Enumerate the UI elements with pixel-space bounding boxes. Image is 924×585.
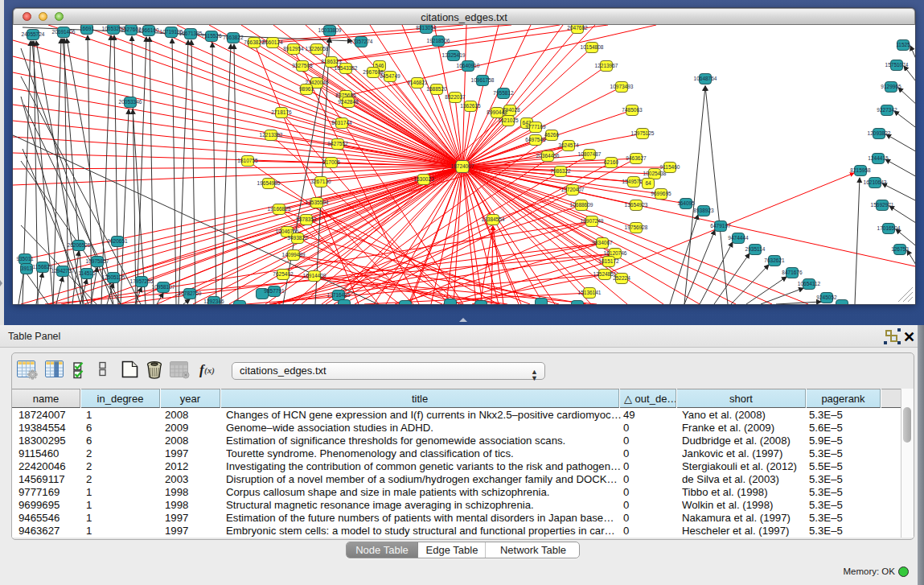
- svg-text:164095: 164095: [677, 200, 695, 206]
- svg-text:13325419: 13325419: [442, 52, 466, 58]
- svg-text:16543382: 16543382: [335, 65, 358, 71]
- svg-text:26206526: 26206526: [68, 242, 91, 248]
- svg-text:12505135: 12505135: [102, 274, 125, 280]
- svg-text:64: 64: [645, 180, 651, 186]
- svg-text:9115460: 9115460: [660, 164, 680, 170]
- svg-text:8938923: 8938923: [693, 208, 714, 213]
- svg-text:3493822: 3493822: [287, 235, 308, 241]
- svg-text:935011: 935011: [16, 256, 34, 262]
- svg-text:8813054: 8813054: [416, 25, 437, 31]
- svg-text:8912954: 8912954: [283, 46, 304, 51]
- svg-text:10975857: 10975857: [86, 258, 109, 264]
- svg-text:98961: 98961: [299, 86, 314, 92]
- svg-text:7485063: 7485063: [622, 107, 643, 113]
- svg-text:13716485: 13716485: [327, 292, 351, 298]
- svg-text:2020651: 2020651: [107, 238, 128, 244]
- svg-text:10807487: 10807487: [578, 151, 602, 157]
- svg-text:18724007: 18724007: [451, 163, 474, 169]
- svg-text:2718176: 2718176: [271, 109, 292, 115]
- svg-text:3913: 3913: [21, 266, 33, 271]
- svg-text:20691406: 20691406: [52, 29, 76, 35]
- svg-text:1530023: 1530023: [413, 176, 434, 182]
- svg-text:16782759: 16782759: [179, 290, 202, 296]
- svg-text:9474444: 9474444: [728, 235, 749, 241]
- svg-text:1815172: 1815172: [598, 258, 619, 264]
- svg-text:3267130: 3267130: [310, 179, 331, 184]
- svg-text:19218506: 19218506: [427, 38, 450, 43]
- svg-text:15751074: 15751074: [885, 62, 909, 68]
- svg-text:7955812: 7955812: [493, 90, 514, 96]
- svg-text:9327508: 9327508: [292, 63, 313, 68]
- svg-text:13226058: 13226058: [306, 46, 329, 51]
- svg-text:17957255: 17957255: [130, 278, 154, 284]
- svg-text:252224: 252224: [613, 275, 630, 281]
- svg-text:19756928: 19756928: [625, 225, 648, 230]
- svg-text:19384554: 19384554: [482, 216, 505, 222]
- svg-text:7663822: 7663822: [244, 39, 265, 45]
- svg-text:9699695: 9699695: [651, 191, 671, 196]
- svg-text:8990448: 8990448: [487, 109, 507, 115]
- svg-text:2047682: 2047682: [567, 25, 588, 31]
- svg-text:1810755: 1810755: [237, 158, 258, 163]
- svg-text:10654112: 10654112: [798, 281, 821, 286]
- svg-text:8186323: 8186323: [321, 59, 342, 64]
- svg-text:1292346: 1292346: [203, 299, 224, 304]
- svg-text:18907249: 18907249: [581, 218, 604, 224]
- svg-text:20364436: 20364436: [536, 153, 560, 159]
- svg-text:3624574: 3624574: [558, 142, 579, 148]
- svg-text:7625402: 7625402: [273, 271, 294, 277]
- svg-text:1621025: 1621025: [498, 117, 519, 123]
- svg-text:13720407: 13720407: [561, 187, 585, 192]
- svg-text:9427552: 9427552: [327, 141, 348, 146]
- svg-text:16033809: 16033809: [318, 27, 342, 33]
- svg-text:217006: 217006: [322, 159, 340, 165]
- svg-text:16671385: 16671385: [179, 31, 203, 36]
- svg-text:12213382: 12213382: [260, 132, 283, 138]
- svg-text:8322037: 8322037: [445, 94, 466, 100]
- svg-text:9463627: 9463627: [626, 155, 647, 161]
- svg-text:10973493: 10973493: [610, 84, 634, 89]
- svg-text:16914409: 16914409: [303, 273, 326, 278]
- svg-text:19654985: 19654985: [257, 180, 281, 186]
- svg-text:8660124: 8660124: [262, 39, 283, 45]
- svg-text:10961758: 10961758: [471, 77, 495, 83]
- svg-text:1588520: 1588520: [426, 86, 447, 92]
- svg-text:16120746: 16120746: [604, 250, 627, 256]
- svg-text:16691: 16691: [80, 26, 94, 31]
- svg-text:12093822: 12093822: [868, 130, 891, 136]
- svg-text:9777169: 9777169: [525, 124, 546, 130]
- svg-text:10958107: 10958107: [152, 284, 175, 290]
- svg-text:17016504: 17016504: [877, 225, 901, 231]
- svg-text:12942737: 12942737: [51, 268, 75, 274]
- svg-text:12213967: 12213967: [595, 63, 618, 68]
- svg-text:1156823: 1156823: [33, 264, 53, 270]
- svg-text:9857791: 9857791: [264, 288, 285, 294]
- svg-text:19166825: 19166825: [268, 206, 291, 212]
- svg-text:126753: 126753: [891, 246, 909, 252]
- svg-text:10154808: 10154808: [581, 44, 604, 50]
- svg-text:9129965: 9129965: [881, 84, 901, 89]
- svg-text:9146821: 9146821: [407, 80, 428, 85]
- svg-text:1362635: 1362635: [460, 103, 481, 109]
- svg-text:6479197: 6479197: [710, 223, 731, 229]
- svg-text:7632621: 7632621: [764, 257, 785, 263]
- svg-text:9242848: 9242848: [338, 99, 359, 105]
- svg-text:13654923: 13654923: [625, 202, 648, 208]
- svg-text:62160: 62160: [604, 159, 618, 165]
- svg-text:9245052: 9245052: [816, 295, 837, 300]
- svg-text:15692971: 15692971: [871, 202, 894, 208]
- svg-text:1244415: 1244415: [868, 155, 889, 161]
- svg-text:10688609: 10688609: [570, 202, 593, 208]
- svg-text:8215958: 8215958: [850, 167, 871, 173]
- svg-text:8454749: 8454749: [380, 73, 400, 79]
- svg-text:10025438: 10025438: [643, 171, 667, 176]
- svg-text:8471676: 8471676: [782, 270, 803, 275]
- svg-text:16640910: 16640910: [457, 63, 480, 68]
- svg-text:8031744: 8031744: [331, 120, 352, 126]
- svg-text:6497546: 6497546: [525, 137, 546, 142]
- svg-text:9227342: 9227342: [877, 107, 897, 113]
- svg-text:7515526: 7515526: [201, 33, 222, 39]
- svg-text:24055724: 24055724: [22, 31, 45, 37]
- svg-text:9834067: 9834067: [592, 240, 613, 245]
- svg-text:(x): (x): [204, 365, 215, 376]
